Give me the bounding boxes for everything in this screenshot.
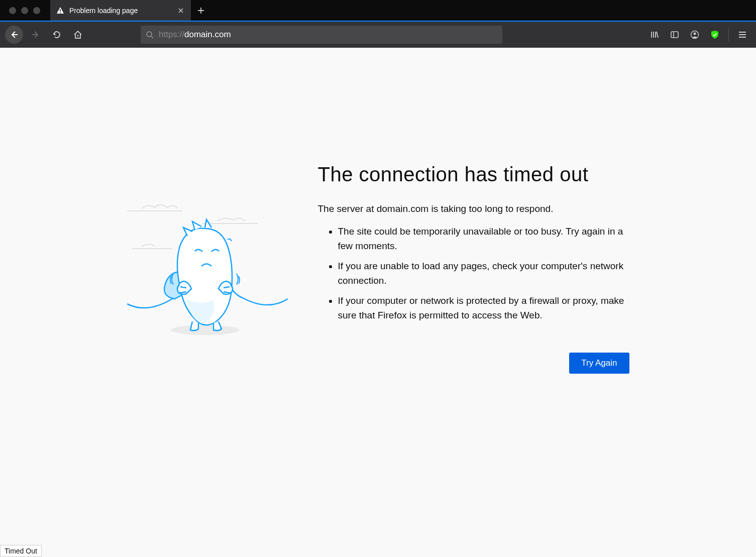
error-text-block: The connection has timed out The server … xyxy=(318,163,629,374)
error-illustration xyxy=(127,163,288,374)
window-minimize-button[interactable] xyxy=(21,7,28,14)
try-again-row: Try Again xyxy=(318,353,629,374)
svg-point-3 xyxy=(147,32,152,37)
error-container: The connection has timed out The server … xyxy=(127,48,629,374)
url-domain: domain.com xyxy=(184,30,231,40)
tab-close-button[interactable] xyxy=(177,7,185,15)
account-icon[interactable] xyxy=(686,26,703,43)
home-button[interactable] xyxy=(69,26,86,43)
menu-button[interactable] xyxy=(734,26,751,43)
status-badge: Timed Out xyxy=(0,545,42,557)
tab-title: Problem loading page xyxy=(69,7,172,15)
svg-rect-0 xyxy=(60,9,61,12)
error-bullet: If you are unable to load any pages, che… xyxy=(338,259,629,288)
error-bullet: The site could be temporarily unavailabl… xyxy=(338,225,629,253)
new-tab-button[interactable] xyxy=(191,0,211,21)
error-list: The site could be temporarily unavailabl… xyxy=(318,225,629,322)
url-bar[interactable]: https://domain.com xyxy=(141,26,502,44)
toolbar-right xyxy=(646,26,751,43)
warning-icon xyxy=(56,7,64,15)
svg-point-7 xyxy=(171,325,239,335)
error-subtitle: The server at domain.com is taking too l… xyxy=(318,203,629,214)
forward-button[interactable] xyxy=(27,26,44,43)
page-content: The connection has timed out The server … xyxy=(0,48,756,557)
url-text: https://domain.com xyxy=(159,30,231,40)
library-icon[interactable] xyxy=(646,26,663,43)
window-maximize-button[interactable] xyxy=(33,7,40,14)
svg-point-2 xyxy=(77,35,79,37)
nav-bar: https://domain.com xyxy=(0,22,756,48)
sidebar-icon[interactable] xyxy=(666,26,683,43)
svg-rect-4 xyxy=(671,32,678,38)
back-button[interactable] xyxy=(5,26,23,44)
svg-point-6 xyxy=(694,33,696,35)
toolbar-divider xyxy=(728,28,729,41)
try-again-button[interactable]: Try Again xyxy=(569,353,629,374)
error-bullet: If your computer or network is protected… xyxy=(338,294,629,322)
svg-rect-1 xyxy=(60,12,61,13)
url-protocol: https:// xyxy=(159,30,184,40)
window-controls xyxy=(5,0,50,21)
reload-button[interactable] xyxy=(48,26,65,43)
shield-icon[interactable] xyxy=(706,26,723,43)
tab-bar: Problem loading page xyxy=(0,0,756,22)
search-icon xyxy=(146,31,154,39)
browser-tab[interactable]: Problem loading page xyxy=(50,0,191,21)
error-title: The connection has timed out xyxy=(318,163,629,186)
browser-chrome: Problem loading page https://domain.co xyxy=(0,0,756,48)
window-close-button[interactable] xyxy=(9,7,16,14)
